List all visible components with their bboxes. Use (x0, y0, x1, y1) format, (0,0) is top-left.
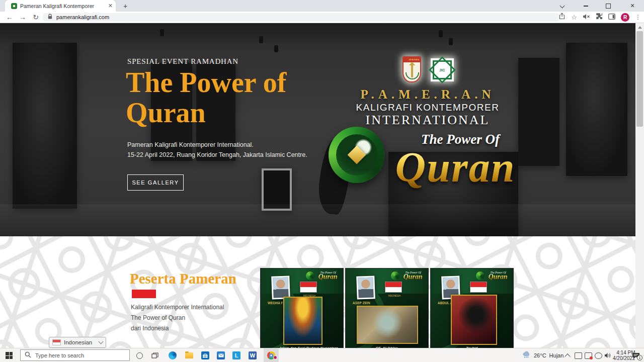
extensions-puzzle-icon[interactable] (596, 13, 603, 22)
quran-swirl-logo (329, 127, 385, 183)
hero-overlay (0, 23, 635, 236)
card-brand-logo: The Power Of Quran (476, 271, 511, 280)
indonesia-flag (300, 282, 317, 293)
artwork-image (357, 306, 418, 344)
hero-subtitle-1: Pameran Kaligrafi Kontemporer Internatio… (127, 141, 254, 148)
new-tab-button[interactable]: + (121, 2, 130, 11)
indonesia-flag (385, 282, 402, 293)
bookmark-star-icon[interactable]: ☆ (571, 14, 577, 21)
window-chevron-icon[interactable] (553, 0, 571, 12)
tab-title: Pameran Kaligrafi Kontemporer (20, 3, 106, 9)
address-bar[interactable]: pamerankaligrafi.com (42, 13, 560, 22)
scrollbar-up-arrow[interactable] (638, 26, 642, 29)
hero-title: The Power of Quran (126, 67, 337, 128)
tray-chevron-icon[interactable] (566, 348, 570, 362)
browser-toolbar: ← → ↻ pamerankaligrafi.com ☆ R ⋮ (0, 12, 644, 23)
participant-card[interactable]: The Power Of Quran INDONESIA ASEP ZEIN Q… (345, 268, 429, 348)
mute-icon[interactable] (583, 13, 590, 22)
language-selector[interactable]: Indonesian (49, 337, 106, 348)
share-icon[interactable] (558, 13, 566, 22)
browser-tab[interactable]: Pameran Kaligrafi Kontemporer ✕ (5, 0, 116, 12)
page-scrollbar[interactable] (635, 23, 644, 348)
mail-icon[interactable] (216, 351, 225, 360)
poster-line-kaligrafi: KALIGRAFI KONTEMPORER (325, 102, 531, 113)
tray-meet-icon[interactable] (575, 348, 582, 362)
menu-dots-icon[interactable]: ⋮ (635, 14, 641, 21)
taskbar-search-box[interactable]: Type here to search (20, 349, 130, 361)
side-panel-icon[interactable] (608, 13, 615, 22)
window-restore-button[interactable] (600, 0, 617, 12)
language-selected: Indonesian (64, 339, 96, 345)
windows-start-button[interactable] (6, 352, 13, 359)
participant-card[interactable]: The Power Of Quran INDONESIA WEDHA FRANA… (260, 268, 344, 348)
search-icon (25, 351, 31, 360)
poster-line-international: INTERNATIONAL (325, 113, 531, 128)
page-viewport: SPESIAL EVENT RAMADHAN The Power of Qura… (0, 23, 635, 348)
section-line-3: dari Indonesia (131, 325, 169, 332)
diamond-icon (348, 146, 366, 164)
wreath-icon (406, 72, 419, 79)
weather-temp: 26°C (534, 352, 546, 358)
speaker-icon[interactable] (604, 348, 611, 362)
url-text: pamerankaligrafi.com (56, 14, 109, 20)
back-icon[interactable]: ← (4, 12, 15, 23)
weather-desc: Hujan (549, 352, 564, 358)
cortana-icon[interactable] (135, 351, 144, 360)
browser-tabstrip: Pameran Kaligrafi Kontemporer ✕ + × (0, 0, 644, 12)
chevron-down-icon (99, 339, 104, 344)
microsoft-store-icon[interactable] (201, 351, 210, 360)
word-icon[interactable]: W (248, 351, 257, 360)
section-line-1: Kaligrafi Kontemporer International (131, 304, 224, 311)
tray-display-icon[interactable] (595, 348, 602, 362)
weather-widget[interactable]: 26°C Hujan (522, 348, 564, 362)
artist-photo (271, 276, 290, 299)
lock-icon (47, 13, 53, 22)
refresh-icon[interactable]: ↻ (30, 12, 41, 23)
tray-network-icon[interactable] (585, 348, 592, 362)
poster-line-pameran: P.A.M.E.R.A.N (325, 87, 531, 102)
forward-icon[interactable]: → (17, 12, 28, 23)
task-view-icon[interactable] (150, 351, 159, 360)
scrollbar-thumb[interactable] (636, 31, 643, 127)
action-center-icon[interactable]: 1 (632, 348, 640, 362)
window-minimize-button[interactable] (577, 0, 594, 12)
windows-taskbar: Type here to search L W (0, 348, 644, 362)
red-flag-block (132, 290, 156, 298)
mini-swirl-icon (306, 272, 314, 280)
indonesian-flag-icon (52, 339, 61, 345)
see-gallery-button[interactable]: SEE GALLERY (127, 174, 184, 191)
poster-brand-word: Quran (380, 143, 531, 192)
indonesia-flag (470, 282, 487, 293)
section-heading: Peserta Pameran (130, 270, 236, 287)
profile-avatar[interactable]: R (621, 13, 629, 22)
edge-icon[interactable] (168, 351, 177, 360)
file-explorer-icon[interactable] (185, 351, 194, 360)
jic-emblem: JIC (431, 58, 454, 81)
tab-close-icon[interactable]: ✕ (108, 3, 113, 9)
jakarta-emblem: JAYA RAYA (403, 56, 421, 82)
section-line-2: The Power of Quran (131, 314, 185, 321)
mini-swirl-icon (476, 272, 485, 280)
notification-count-badge: 1 (637, 355, 642, 360)
event-poster: JAYA RAYA JIC P.A.M.E.R.A.N KALIGRAFI KO… (325, 23, 531, 236)
card-brand-logo: The Power Of Quran (306, 271, 341, 280)
chrome-profile-badge (273, 355, 277, 359)
participant-card[interactable]: The Power Of Quran INDONESIA ABDUL AZIZ … (430, 268, 514, 348)
artwork-image (283, 297, 323, 345)
artist-photo (356, 276, 375, 299)
hero-subtitle-2: 15-22 April 2022, Ruang Koridor Tengah, … (127, 151, 307, 158)
l-app-icon[interactable]: L (232, 351, 241, 360)
mini-swirl-icon (391, 272, 399, 280)
screen: Pameran Kaligrafi Kontemporer ✕ + × ← → … (0, 0, 644, 362)
hero-section: SPESIAL EVENT RAMADHAN The Power of Qura… (0, 23, 635, 236)
card-brand-logo: The Power Of Quran (391, 271, 426, 280)
country-label: INDONESIA (382, 293, 405, 298)
artwork-image (451, 295, 497, 345)
site-favicon (11, 3, 17, 9)
window-close-button[interactable]: × (624, 0, 641, 12)
search-placeholder: Type here to search (35, 352, 84, 358)
rain-cloud-icon (522, 351, 531, 360)
hero-eyebrow: SPESIAL EVENT RAMADHAN (127, 57, 238, 66)
participants-section: Peserta Pameran Kaligrafi Kontemporer In… (0, 236, 635, 348)
